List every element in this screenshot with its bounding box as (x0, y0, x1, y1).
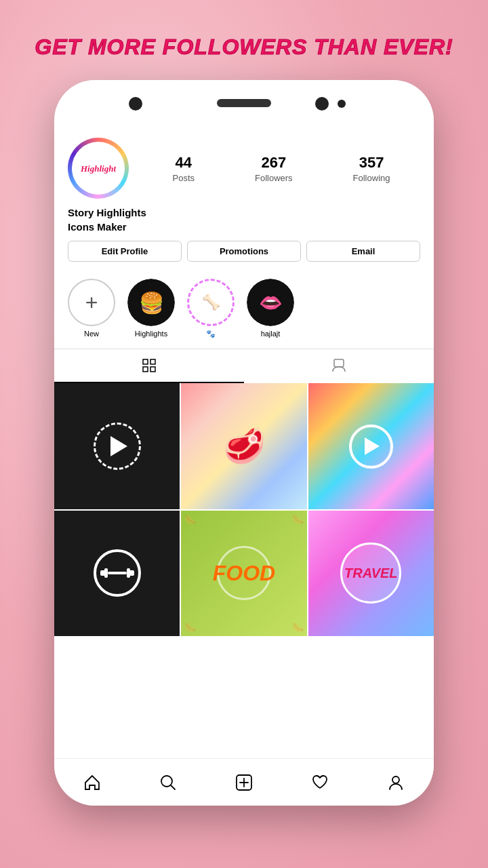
posts-stat: 44 Posts (172, 154, 195, 183)
svg-rect-3 (150, 367, 155, 372)
pink-label: 🐾 (206, 330, 216, 338)
avatar-label: Highlight (81, 163, 116, 174)
hajlajt-circle[interactable]: 👄 (247, 279, 294, 326)
main-headline: GET MORE FOLLOWERS THAN EVER! (7, 34, 480, 60)
grid-cell-travel[interactable]: TRAVEL (308, 511, 434, 636)
pink-circle[interactable]: 🦴 (187, 279, 235, 326)
highlights-row: + New 🍔 Highlights 🦴 🐾 (54, 269, 434, 345)
travel-label: TRAVEL (344, 566, 398, 581)
grid-cell-steak[interactable]: 🥩 (181, 383, 306, 509)
profile-buttons: Edit Profile Promotions Email (68, 241, 420, 262)
person-icon (331, 357, 347, 374)
speaker-icon (217, 99, 271, 107)
profile-section: Highlight 44 Posts 267 Followers 357 (54, 127, 434, 269)
hotdog-decor-4: 🌭 (292, 622, 304, 633)
nav-search[interactable] (152, 766, 184, 799)
posts-count: 44 (176, 154, 192, 172)
grid-tabs (54, 349, 434, 383)
new-label: New (84, 330, 99, 338)
heart-icon (310, 773, 329, 792)
hajlajt-label: hajlajt (261, 330, 281, 338)
following-label: Following (353, 173, 390, 183)
followers-stat: 267 Followers (255, 154, 293, 183)
play-triangle (110, 436, 127, 456)
camera-right-icon (315, 97, 329, 111)
hotdog-decor-1: 🌭 (184, 514, 196, 525)
play-dashed-circle (94, 422, 141, 470)
svg-rect-2 (143, 367, 148, 372)
followers-count: 267 (261, 154, 286, 172)
add-icon (235, 773, 253, 792)
nav-profile[interactable] (380, 766, 412, 799)
gym-circle (94, 549, 141, 597)
hotdog-decor-3: 🌭 (184, 622, 196, 633)
svg-rect-6 (104, 568, 108, 578)
posts-label: Posts (172, 173, 195, 183)
following-count: 357 (359, 154, 384, 172)
new-highlight-circle[interactable]: + (68, 279, 115, 326)
grid-cell-play-colorful[interactable] (308, 383, 434, 509)
svg-rect-4 (334, 359, 344, 367)
highlights-circle[interactable]: 🍔 (127, 279, 175, 326)
highlight-new[interactable]: + New (68, 279, 115, 338)
highlight-hajlajt[interactable]: 👄 hajlajt (247, 279, 294, 338)
grid-cell-gym[interactable] (54, 511, 180, 636)
profile-top: Highlight 44 Posts 267 Followers 357 (68, 138, 420, 199)
food-circle: FOOD (217, 546, 271, 600)
svg-rect-9 (129, 570, 134, 576)
nav-home[interactable] (76, 766, 108, 799)
phone-mockup: Highlight 44 Posts 267 Followers 357 (54, 80, 434, 806)
play-triangle-colorful (365, 437, 380, 455)
black-circle: 👄 (247, 279, 294, 326)
play-white-circle (349, 425, 393, 469)
grid-icon (141, 357, 157, 374)
email-button[interactable]: Email (306, 241, 420, 262)
hotdog-decor-2: 🌭 (292, 514, 304, 525)
avatar: Highlight (68, 138, 129, 199)
tab-person[interactable] (244, 349, 434, 383)
profile-nav-icon (386, 773, 405, 792)
svg-rect-7 (108, 572, 127, 574)
nav-add[interactable] (228, 766, 260, 799)
svg-rect-1 (150, 359, 155, 364)
phone-top-bar (54, 80, 434, 127)
instagram-content: Highlight 44 Posts 267 Followers 357 (54, 127, 434, 758)
grid-cell-food[interactable]: 🌭 🌭 🌭 🌭 FOOD (181, 511, 306, 636)
home-icon (83, 773, 102, 792)
followers-label: Followers (255, 173, 293, 183)
burger-icon: 🍔 (127, 279, 175, 326)
highlight-pink[interactable]: 🦴 🐾 (187, 279, 235, 338)
search-icon (159, 773, 178, 792)
promotions-button[interactable]: Promotions (187, 241, 301, 262)
tab-grid[interactable] (54, 349, 244, 383)
svg-rect-0 (143, 359, 148, 364)
edit-profile-button[interactable]: Edit Profile (68, 241, 182, 262)
travel-circle: TRAVEL (340, 542, 401, 604)
svg-line-11 (171, 785, 175, 789)
profile-stats: 44 Posts 267 Followers 357 Following (142, 154, 420, 183)
nav-heart[interactable] (304, 766, 336, 799)
dumbbell-icon (100, 564, 134, 582)
sensor-icon (338, 100, 346, 108)
camera-left-icon (129, 97, 142, 111)
profile-name: Story Highlights Icons Maker (68, 205, 420, 234)
highlight-highlights[interactable]: 🍔 Highlights (127, 279, 175, 338)
food-label: FOOD (213, 561, 275, 586)
bottom-nav (54, 758, 434, 806)
photo-grid: 🥩 (54, 383, 434, 636)
highlights-label: Highlights (135, 330, 167, 338)
grid-cell-play-dark[interactable] (54, 383, 180, 509)
steak-emoji: 🥩 (223, 427, 265, 466)
following-stat: 357 Following (353, 154, 390, 183)
svg-point-15 (392, 776, 399, 783)
